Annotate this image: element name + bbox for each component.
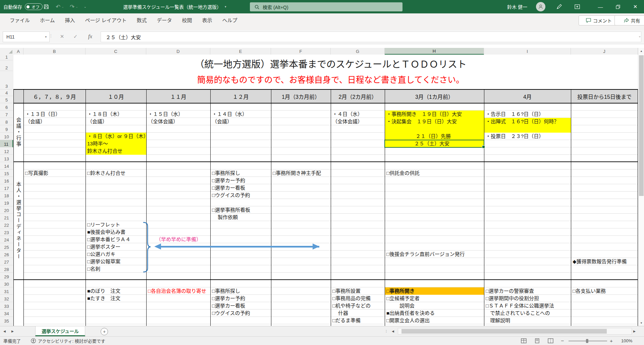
- cell-I31[interactable]: □選挙カーの警察審査: [484, 287, 534, 295]
- cell-E16[interactable]: □選挙カー予約: [210, 177, 245, 184]
- row-header-29[interactable]: 29: [0, 273, 13, 280]
- col-header-H-selected[interactable]: H: [385, 48, 484, 55]
- month-header-9[interactable]: 投票日から15日後まで: [571, 89, 638, 103]
- cell-D8[interactable]: （全体会議）: [146, 118, 178, 125]
- row-header-22[interactable]: 22: [0, 221, 13, 228]
- hscroll-left-icon[interactable]: ◀: [392, 327, 394, 335]
- row-header-6[interactable]: 6: [0, 103, 13, 111]
- tab-scroll-right-icon[interactable]: ▶: [11, 327, 14, 335]
- cell-E20[interactable]: □選挙事務所看板: [210, 206, 250, 214]
- cell-C23[interactable]: ■後援会申込み書: [86, 228, 125, 236]
- row-header-16[interactable]: 16: [0, 177, 13, 184]
- cell-E7[interactable]: ・１４日（水）: [210, 111, 247, 118]
- cell-H10[interactable]: ２１（日）先勝: [385, 133, 451, 140]
- cell-I32[interactable]: □選挙期間中の役割分担: [484, 295, 539, 302]
- cell-J31[interactable]: □各支払い業務: [571, 287, 606, 295]
- close-button[interactable]: ✕: [628, 0, 643, 13]
- tab-scroll-left-icon[interactable]: ◀: [3, 327, 6, 335]
- cell-G34[interactable]: 什器: [331, 309, 348, 317]
- name-box[interactable]: H11 ▾: [3, 31, 50, 42]
- cell-I33[interactable]: □ＳＴＡＦＦ全体に公職選挙法: [484, 302, 554, 309]
- row-header-10[interactable]: 10: [0, 133, 13, 140]
- enter-check-icon[interactable]: ✓: [70, 31, 81, 42]
- cell-C24[interactable]: □選挙本番ビラＡ４: [86, 236, 130, 243]
- col-header-J[interactable]: J: [571, 48, 638, 55]
- row-header-9[interactable]: 9: [0, 125, 13, 133]
- cell-H15[interactable]: □供託金の供託: [385, 169, 420, 177]
- row-header-1[interactable]: 1: [0, 55, 13, 60]
- save-button[interactable]: [44, 0, 49, 13]
- ink-pen-button[interactable]: [556, 0, 562, 13]
- horizontal-scrollbar[interactable]: [398, 328, 632, 335]
- doc-title[interactable]: 選挙準備スケジュール一覧表（統一地方選版）▾: [123, 0, 226, 13]
- month-header-3[interactable]: １１月: [146, 89, 210, 103]
- cell-C7[interactable]: ・１８日（木）: [86, 111, 122, 118]
- tab-page-layout[interactable]: ページ レイアウト: [80, 13, 132, 26]
- search-box[interactable]: 検索 (Alt+Q): [250, 2, 402, 11]
- share-button[interactable]: 共有: [614, 15, 644, 25]
- tab-home[interactable]: ホーム: [35, 13, 60, 26]
- cell-B8[interactable]: （会議）: [23, 118, 45, 125]
- row-header-4[interactable]: 4: [0, 89, 13, 96]
- cell-F15[interactable]: □事務所開き神主手配: [271, 169, 321, 177]
- row-header-13[interactable]: 13: [0, 155, 13, 162]
- sheet-title[interactable]: （統一地方選版）選挙本番までのスケジュールとＴＯＤＯリスト: [23, 57, 638, 72]
- row-header-30[interactable]: 30: [0, 280, 13, 287]
- cell-E15[interactable]: □事務所探し: [210, 169, 240, 177]
- zoom-slider[interactable]: [569, 341, 607, 341]
- cell-G31[interactable]: □事務所設置: [331, 287, 361, 295]
- note-prepare-early[interactable]: （早め早めに準備）: [154, 236, 201, 243]
- cell-E34[interactable]: □ウグイスの予約: [210, 309, 250, 317]
- formula-bar-expand-icon[interactable]: ⌄: [638, 34, 641, 38]
- cell-J27[interactable]: ◆獲得票数報告発行準備: [571, 258, 627, 265]
- accessibility-status[interactable]: アクセシビリティ: 検討が必要です: [31, 337, 105, 345]
- cell-I7[interactable]: ・告示日 １６?日（日）: [484, 111, 544, 118]
- view-normal-button[interactable]: [521, 337, 527, 345]
- row-header-24[interactable]: 24: [0, 236, 13, 243]
- cell-C28[interactable]: □名刺: [86, 265, 100, 273]
- row-header-20[interactable]: 20: [0, 206, 13, 214]
- row-header-21[interactable]: 21: [0, 214, 13, 221]
- vertical-scrollbar[interactable]: ▲ ▼: [638, 48, 644, 326]
- row-header-8[interactable]: 8: [0, 118, 13, 125]
- cell-H35[interactable]: □開票立会人の選出: [385, 317, 430, 324]
- row-header-28[interactable]: 28: [0, 265, 13, 273]
- month-header-2[interactable]: １０月: [86, 89, 146, 103]
- sheet-subtitle[interactable]: 簡易的なものですので、お客様自身で、日程など書き直してください。: [23, 73, 638, 86]
- row-header-18[interactable]: 18: [0, 192, 13, 199]
- fx-icon[interactable]: fx: [85, 31, 96, 42]
- vertical-scrollbar-thumb[interactable]: [639, 55, 644, 196]
- cell-E32[interactable]: □選挙カー予約: [210, 295, 245, 302]
- cell-C32[interactable]: ■たすき 注文: [86, 295, 120, 302]
- cell-E18[interactable]: □ウグイスの予約: [210, 192, 250, 199]
- view-page-break-button[interactable]: [548, 337, 553, 345]
- scroll-up-icon[interactable]: ▲: [638, 48, 644, 54]
- col-header-G[interactable]: G: [331, 48, 385, 55]
- cell-I10[interactable]: ・投票日 ２３?日（日）: [484, 133, 544, 140]
- cell-I35[interactable]: 理解説明: [484, 317, 510, 324]
- qat-customize-dropdown[interactable]: ⌄: [84, 0, 87, 13]
- sheet-tab-active[interactable]: 選挙スケジュール: [35, 326, 85, 336]
- row-header-17[interactable]: 17: [0, 184, 13, 192]
- cell-E31[interactable]: □事務所探し: [210, 287, 240, 295]
- month-header-5[interactable]: 1月（3カ月前）: [271, 89, 331, 103]
- month-header-1[interactable]: ６，７，８，９月: [23, 89, 86, 103]
- prepare-early-arrow[interactable]: [160, 246, 319, 248]
- cell-H7[interactable]: ・事務所開き １９日（日）大安: [385, 111, 462, 118]
- tabbar-resize-handle[interactable]: ⁞: [386, 327, 387, 335]
- select-all-corner[interactable]: [0, 48, 14, 55]
- cell-H8[interactable]: ・決起集会 １９日（日）大安: [385, 118, 457, 125]
- redo-button[interactable]: ↷⌄: [70, 0, 78, 13]
- row-header-19[interactable]: 19: [0, 199, 13, 206]
- minimize-button[interactable]: —: [593, 0, 608, 13]
- sheet-grid[interactable]: （統一地方選版）選挙本番までのスケジュールとＴＯＤＯリスト 簡易的なものですので…: [13, 55, 638, 326]
- tab-formulas[interactable]: 数式: [131, 13, 152, 26]
- row-header-5[interactable]: 5: [0, 96, 13, 103]
- name-box-dropdown-icon[interactable]: ▾: [45, 35, 47, 39]
- row-header-26[interactable]: 26: [0, 251, 13, 258]
- fill-handle[interactable]: [482, 145, 485, 148]
- formula-input[interactable]: ２５（土）大安: [101, 31, 641, 42]
- cell-H31[interactable]: □事務所開き: [385, 287, 415, 295]
- cell-D31[interactable]: □各自治会名簿の取り寄せ: [146, 287, 212, 295]
- cell-C22[interactable]: □リーフレット: [86, 221, 120, 228]
